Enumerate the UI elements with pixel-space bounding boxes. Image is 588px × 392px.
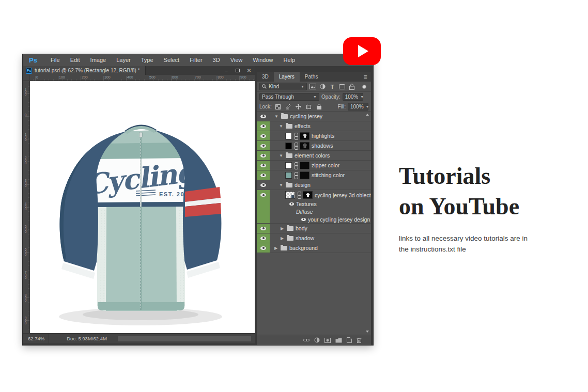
layer-row-shadow[interactable]: ▶ shadow [257,233,371,243]
mask-thumbnail[interactable] [300,142,310,150]
layer-row-highlights[interactable]: highlights [257,131,371,141]
layer-thumbnail[interactable] [285,133,292,139]
menu-file[interactable]: File [45,54,65,66]
zoom-level-field[interactable]: 62.74% [23,334,49,343]
layer-row-3d-object[interactable]: cycling jersey 3d oblect [257,190,371,200]
type-layers-filter-icon[interactable]: T [328,83,336,90]
eye-icon[interactable] [301,218,306,221]
lock-all-icon[interactable] [315,103,323,111]
layer-row-shadows[interactable]: shadows [257,141,371,151]
mask-thumbnail[interactable] [303,191,313,199]
visibility-toggle[interactable] [257,224,270,233]
layer-name[interactable]: stitching color [312,172,345,178]
lock-artboard-icon[interactable] [305,103,313,111]
disclosure-open-icon[interactable]: ▼ [278,124,284,129]
menu-window[interactable]: Window [247,54,278,66]
layer-thumbnail[interactable] [285,162,292,169]
new-group-icon[interactable] [335,338,342,343]
pixel-layers-filter-icon[interactable] [308,83,317,90]
visibility-toggle[interactable] [257,112,270,121]
layer-row-body[interactable]: ▶ body [257,224,371,233]
layer-name[interactable]: highlights [312,133,334,139]
visibility-toggle[interactable] [257,161,270,170]
mask-thumbnail[interactable] [300,162,310,169]
disclosure-closed-icon[interactable]: ▶ [273,246,278,250]
menu-filter[interactable]: Filter [184,54,207,66]
layer-name[interactable]: Diffuse [296,209,313,215]
minimize-icon[interactable]: – [221,66,232,75]
disclosure-open-icon[interactable]: ▼ [274,114,279,119]
layer-thumbnail[interactable] [285,143,292,149]
scroll-up-icon[interactable] [366,114,369,116]
layer-name[interactable]: background [289,245,318,251]
layer-name[interactable]: design [295,182,311,188]
layer-row-design[interactable]: ▼ design [257,180,371,190]
visibility-toggle[interactable] [257,190,270,200]
visibility-toggle[interactable] [257,243,270,253]
disclosure-closed-icon[interactable]: ▶ [280,226,285,231]
disclosure-open-icon[interactable]: ▼ [278,183,284,187]
visibility-toggle[interactable] [257,131,270,140]
disclosure-closed-icon[interactable]: ▶ [280,236,285,241]
add-mask-icon[interactable] [324,338,331,343]
fill-dropdown[interactable]: 100% ▼ [348,103,368,111]
layer-effects-icon[interactable] [314,337,320,343]
blend-mode-dropdown[interactable]: Pass Through ▼ [259,93,319,101]
visibility-toggle[interactable] [257,151,270,160]
layer-thumbnail[interactable] [285,172,292,179]
layer-name[interactable]: cycling jersey 3d oblect [315,192,371,198]
mask-thumbnail[interactable] [300,132,310,140]
link-layers-icon[interactable] [303,337,310,343]
layer-name[interactable]: shadows [312,143,333,149]
shape-layers-filter-icon[interactable] [338,83,346,90]
layer-name[interactable]: effects [295,123,311,129]
layer-name[interactable]: cycling jersey [290,113,322,119]
layer-name[interactable]: element colors [295,152,330,159]
menu-edit[interactable]: Edit [65,54,85,66]
menu-view[interactable]: View [225,54,248,66]
eye-icon[interactable] [289,202,294,206]
smart-object-thumbnail[interactable] [285,191,295,199]
youtube-logo[interactable] [343,37,381,65]
filter-toggle-icon[interactable] [362,85,366,89]
visibility-toggle[interactable] [257,180,270,190]
layer-row-zipper-color[interactable]: zipper color [257,161,371,170]
lock-transparency-icon[interactable] [274,103,282,111]
close-icon[interactable]: ✕ [243,66,255,75]
layer-name[interactable]: zipper color [312,162,339,168]
layer-row-diffuse[interactable]: Diffuse [257,208,371,215]
visibility-toggle[interactable] [257,141,270,150]
horizontal-scrollbar[interactable] [118,336,251,341]
delete-layer-icon[interactable] [357,337,362,343]
opacity-dropdown[interactable]: 100% ▼ [343,93,363,101]
disclosure-open-icon[interactable]: ▼ [278,153,284,158]
mask-thumbnail[interactable] [300,171,310,179]
panel-menu-icon[interactable]: ≡ [360,72,371,82]
layer-row-cycling-jersey[interactable]: ▼ cycling jersey [257,112,371,121]
tab-layers[interactable]: Layers [274,72,300,82]
layer-row-stitching-color[interactable]: stitching color [257,170,371,180]
new-layer-icon[interactable] [347,337,352,343]
menu-3d[interactable]: 3D [208,54,225,66]
smart-objects-filter-icon[interactable] [348,83,356,90]
kind-filter-dropdown[interactable]: Kind ▼ [259,83,307,90]
layer-name[interactable]: body [296,225,307,231]
layer-name[interactable]: your cycling jersey design here [308,216,371,223]
menu-image[interactable]: Image [85,54,112,66]
visibility-toggle[interactable] [257,233,270,243]
visibility-toggle[interactable] [257,170,270,180]
scroll-down-icon[interactable] [366,331,369,333]
lock-paint-icon[interactable] [284,103,292,111]
canvas[interactable]: Cycling EST. 2010 [30,81,255,333]
layer-row-design-here[interactable]: your cycling jersey design here [257,215,371,224]
menu-layer[interactable]: Layer [111,54,136,66]
layer-row-textures[interactable]: Textures [257,200,371,208]
tab-paths[interactable]: Paths [300,72,323,82]
document-tab[interactable]: Ps tutorial.psd @ 62.7% (Rectangle 12, R… [23,66,146,75]
layer-row-background[interactable]: ▶ background [257,243,371,253]
restore-icon[interactable] [232,66,243,75]
layer-row-element-colors[interactable]: ▼ element colors [257,151,371,161]
layer-name[interactable]: Textures [296,201,317,207]
menu-type[interactable]: Type [136,54,159,66]
menu-select[interactable]: Select [159,54,185,66]
